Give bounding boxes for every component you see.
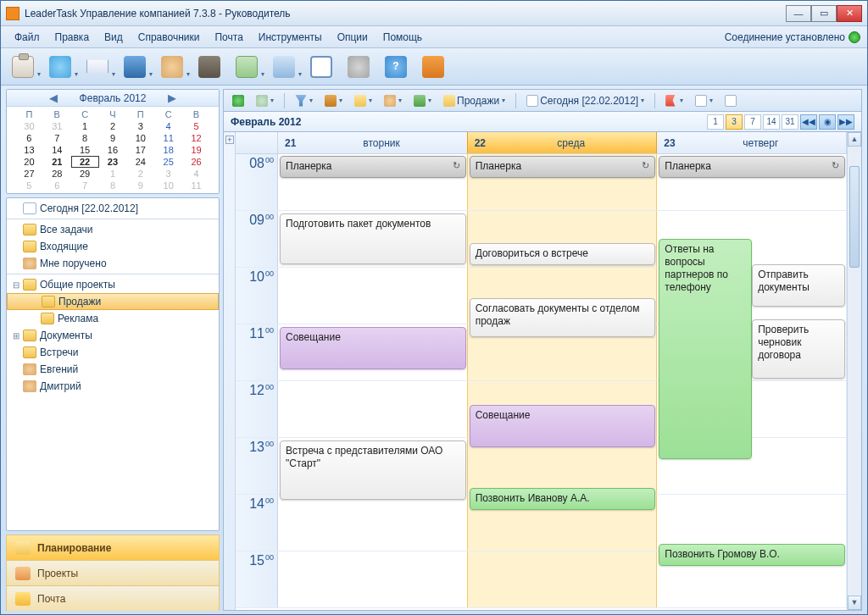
filter-funnel[interactable] [292,92,316,109]
tab-planning[interactable]: Планирование [6,535,220,560]
menu-view[interactable]: Вид [97,29,130,46]
cal-day[interactable]: 16 [99,144,127,156]
period-prev[interactable]: ◀◀ [800,114,817,130]
nav-ads[interactable]: Реклама [7,310,219,327]
help-button[interactable]: ? [382,53,409,80]
vertical-scrollbar[interactable]: ▲ ▼ [847,132,861,610]
filter-folder[interactable] [351,92,376,109]
event-planerka-21[interactable]: ↻Планерка [280,156,466,178]
cal-day[interactable]: 3 [126,120,154,132]
nav-back[interactable] [229,92,248,109]
cal-day[interactable]: 8 [99,180,127,191]
cal-day[interactable]: 26 [182,156,210,168]
cal-day[interactable]: 5 [182,120,210,132]
nav-all-tasks[interactable]: Все задачи [7,221,219,238]
menu-help[interactable]: Помощь [376,29,429,46]
cal-day[interactable]: 22 [71,156,99,168]
cal-day[interactable]: 2 [99,120,127,132]
event-agree-meeting-22[interactable]: Договориться о встрече [470,243,656,265]
nav-evgeny[interactable]: Евгений [7,361,219,378]
event-soveshanie-21[interactable]: Совещание [280,327,466,369]
cal-day[interactable]: 25 [154,156,182,168]
event-call-ivanov[interactable]: Позвонить Иванову А.А. [470,488,656,510]
filter-group[interactable] [410,92,435,109]
cal-day[interactable]: 7 [43,132,71,144]
view-1day[interactable]: 1 [707,114,724,130]
cal-day[interactable]: 6 [15,132,43,144]
nav-dmitry[interactable]: Дмитрий [7,378,219,395]
day-column-23[interactable]: ↻Планерка Ответы на вопросы партнеров по… [657,154,847,610]
cal-day[interactable]: 12 [182,132,210,144]
user-button[interactable] [159,53,186,80]
print-button[interactable] [270,53,298,80]
cal-day[interactable]: 11 [154,132,182,144]
event-planerka-22[interactable]: ↻Планерка [470,156,656,178]
cal-day[interactable]: 1 [99,168,127,180]
event-send-docs[interactable]: Отправить документы [752,264,845,307]
menu-tools[interactable]: Инструменты [252,29,329,46]
nav-assigned[interactable]: Мне поручено [7,255,219,272]
cal-day[interactable]: 21 [43,156,71,168]
view-31day[interactable]: 31 [782,114,798,130]
menu-mail[interactable]: Почта [208,29,249,46]
period-today[interactable]: ◉ [819,114,836,130]
mini-calendar-grid[interactable]: ПВСЧПСВ 30311234567891011121314151617181… [15,108,210,191]
filter-check[interactable] [692,92,716,109]
menu-file[interactable]: Файл [8,29,47,46]
clipboard-button[interactable] [9,53,36,80]
search-button[interactable] [196,53,223,80]
cal-day[interactable]: 19 [182,144,210,156]
nav-today[interactable]: Сегодня [22.02.2012] [7,200,219,217]
maximize-button[interactable]: ▭ [811,5,837,22]
event-partner-answers[interactable]: Ответы на вопросы партнеров по телефону [659,239,752,459]
cal-day[interactable]: 28 [43,168,71,180]
view-3day[interactable]: 3 [726,114,743,130]
cal-prev[interactable]: ◀ [34,91,73,104]
cal-day[interactable]: 23 [99,156,127,168]
cal-day[interactable]: 30 [15,120,43,132]
day-column-21[interactable]: ↻Планерка Подготовить пакет документов С… [278,154,468,610]
mailbox-button[interactable] [121,53,148,80]
cal-day[interactable]: 10 [154,180,182,191]
cal-day[interactable]: 8 [71,132,99,144]
event-call-gromov[interactable]: Позвонить Громову В.О. [659,544,845,566]
cal-day[interactable]: 27 [15,168,43,180]
mail-button[interactable] [84,53,111,80]
crumb-today[interactable]: Сегодня [22.02.2012] [523,92,648,109]
nav-forward[interactable] [253,92,277,109]
cal-day[interactable]: 4 [182,168,210,180]
settings-button[interactable] [345,53,372,80]
cal-day[interactable]: 29 [71,168,99,180]
day-column-22[interactable]: ↻Планерка Договориться о встрече Согласо… [468,154,658,610]
day-header-22[interactable]: 22среда [467,132,658,153]
minimize-button[interactable]: — [786,5,811,22]
period-next[interactable]: ▶▶ [837,114,854,130]
preview-button[interactable] [308,53,335,80]
cal-day[interactable]: 3 [154,168,182,180]
filter-flag[interactable] [662,92,687,109]
nav-meetings[interactable]: Встречи [7,344,219,361]
scroll-down[interactable]: ▼ [848,596,861,610]
menu-options[interactable]: Опции [331,29,375,46]
cal-next[interactable]: ▶ [153,91,192,104]
crumb-folder[interactable]: Продажи [440,92,509,109]
filter-case[interactable] [321,92,346,109]
cal-day[interactable]: 24 [126,156,154,168]
tab-mail[interactable]: Почта [6,585,220,611]
event-check-draft[interactable]: Проверить черновик договора [752,319,845,379]
cal-day[interactable]: 11 [182,180,210,191]
chat-button[interactable] [47,53,74,80]
nav-sales[interactable]: Продажи [7,293,219,310]
chart-button[interactable] [233,53,260,80]
day-header-21[interactable]: 21вторник [278,132,468,153]
filter-into[interactable] [721,92,740,109]
cal-day[interactable]: 13 [15,144,43,156]
nav-docs[interactable]: ⊞Документы [7,327,219,344]
event-meeting-21[interactable]: Встреча с представителями ОАО "Старт" [280,440,466,500]
cal-day[interactable]: 20 [15,156,43,168]
cal-day[interactable]: 15 [71,144,99,156]
expand-button[interactable]: + [225,136,234,144]
cal-day[interactable]: 14 [43,144,71,156]
cal-day[interactable]: 7 [71,180,99,191]
event-agree-docs-22[interactable]: Согласовать документы с отделом продаж [470,298,656,337]
